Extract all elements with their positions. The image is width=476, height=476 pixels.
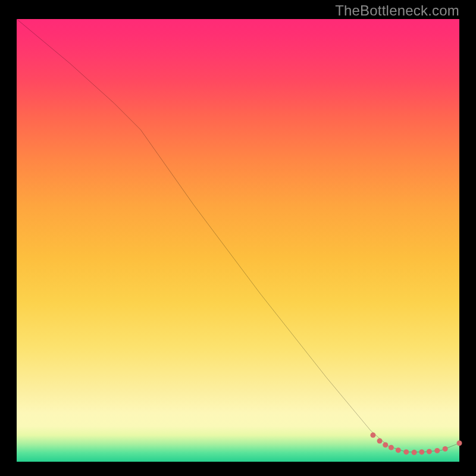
data-markers — [370, 433, 462, 455]
bottleneck-curve — [17, 19, 459, 452]
data-marker — [370, 433, 375, 438]
data-marker — [443, 446, 448, 452]
data-marker — [434, 448, 440, 453]
attribution-label: TheBottleneck.com — [335, 2, 459, 19]
data-marker — [389, 445, 394, 450]
chart-frame: TheBottleneck.com — [0, 0, 476, 476]
data-marker — [412, 450, 417, 455]
plot-area — [17, 19, 459, 462]
data-marker — [403, 449, 409, 455]
data-marker — [377, 439, 383, 444]
data-marker — [396, 447, 401, 453]
data-marker — [419, 449, 424, 455]
data-marker — [456, 440, 462, 446]
series-svg — [17, 19, 459, 462]
data-marker — [383, 442, 388, 447]
data-marker — [427, 449, 432, 454]
